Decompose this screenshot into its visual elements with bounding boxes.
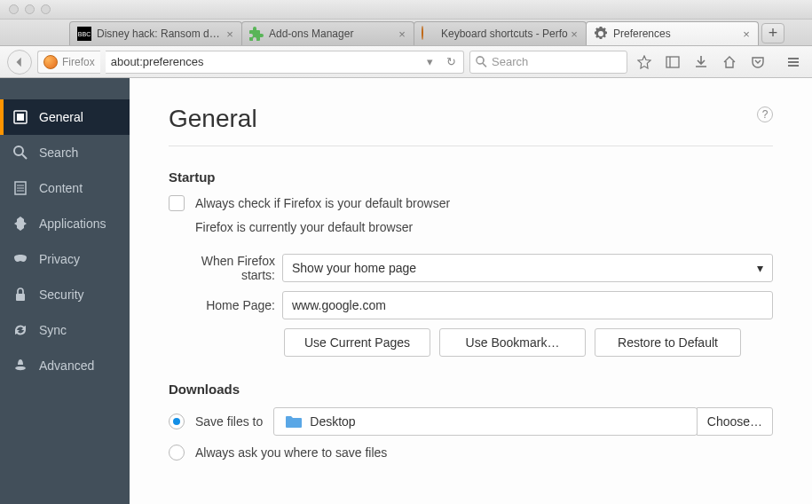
sidebar-item-privacy[interactable]: Privacy	[0, 241, 130, 277]
content-icon	[12, 180, 28, 196]
sidebar-label: Security	[39, 287, 84, 302]
default-browser-checkbox[interactable]	[169, 195, 185, 211]
url-bar[interactable]: about:preferences ▾ ↻	[106, 51, 464, 74]
sidebar-label: General	[39, 110, 83, 124]
help-button[interactable]: ?	[757, 106, 773, 122]
home-page-value: www.google.com	[292, 298, 386, 312]
identity-label: Firefox	[62, 56, 95, 68]
save-files-to-label: Save files to	[195, 414, 263, 429]
window-titlebar	[0, 0, 812, 20]
bookmark-star-icon[interactable]	[633, 51, 656, 74]
close-tab-icon[interactable]: ×	[224, 28, 236, 40]
applications-icon	[12, 216, 28, 232]
close-tab-icon[interactable]: ×	[396, 28, 408, 40]
tab-label: Preferences	[613, 28, 740, 40]
tab-preferences[interactable]: Preferences ×	[586, 21, 759, 45]
divider	[169, 146, 773, 146]
svg-point-4	[14, 146, 23, 155]
tab-addons[interactable]: Add-ons Manager ×	[241, 21, 414, 45]
page-title: General	[169, 105, 773, 133]
sidebar-item-advanced[interactable]: Advanced	[0, 348, 130, 383]
search-icon	[12, 145, 28, 161]
sidebar-toggle-icon[interactable]	[661, 51, 684, 74]
firefox-icon	[43, 55, 58, 69]
use-current-pages-button[interactable]: Use Current Pages	[284, 328, 430, 357]
tab-label: Keyboard shortcuts - Perfo	[441, 28, 568, 40]
search-bar[interactable]: Search	[469, 51, 627, 74]
when-starts-value: Show your home page	[292, 261, 416, 275]
startup-heading: Startup	[169, 169, 773, 185]
firefox-favicon-icon	[422, 27, 436, 41]
restore-default-button[interactable]: Restore to Default	[595, 328, 741, 357]
sidebar-item-sync[interactable]: Sync	[0, 312, 130, 348]
sidebar-item-search[interactable]: Search	[0, 135, 130, 170]
sidebar-label: Search	[39, 146, 78, 160]
pocket-icon[interactable]	[746, 51, 769, 74]
close-window-traffic[interactable]	[9, 4, 19, 14]
save-location-value: Desktop	[310, 414, 355, 429]
close-tab-icon[interactable]: ×	[568, 28, 580, 40]
search-placeholder: Search	[492, 55, 528, 68]
bbc-favicon-icon: BBC	[77, 27, 91, 41]
close-tab-icon[interactable]: ×	[740, 28, 753, 40]
home-icon[interactable]	[718, 51, 741, 74]
downloads-heading: Downloads	[169, 382, 773, 397]
sidebar-item-security[interactable]: Security	[0, 277, 130, 312]
url-text: about:preferences	[111, 55, 419, 68]
new-tab-button[interactable]: +	[761, 23, 784, 43]
sync-icon	[12, 322, 28, 338]
back-button[interactable]	[7, 50, 32, 75]
chevron-down-icon: ▾	[757, 261, 763, 275]
nav-toolbar: Firefox about:preferences ▾ ↻ Search	[0, 46, 812, 78]
sidebar-label: Sync	[39, 323, 67, 337]
sidebar-item-content[interactable]: Content	[0, 170, 130, 206]
use-bookmark-button[interactable]: Use Bookmark…	[439, 328, 586, 357]
sidebar-label: Privacy	[39, 252, 80, 266]
lock-icon	[12, 287, 28, 303]
when-starts-select[interactable]: Show your home page ▾	[282, 254, 773, 282]
choose-folder-button[interactable]: Choose…	[697, 407, 773, 436]
default-browser-status: Firefox is currently your default browse…	[169, 220, 773, 234]
tab-label: Add-ons Manager	[269, 28, 396, 40]
home-page-input[interactable]: www.google.com	[282, 291, 773, 319]
sidebar-label: Content	[39, 181, 83, 195]
tab-strip: BBC Disney hack: Ransom dem × Add-ons Ma…	[0, 20, 812, 46]
always-ask-radio[interactable]	[169, 445, 185, 461]
sidebar-item-general[interactable]: General	[0, 99, 130, 135]
save-files-to-radio[interactable]	[169, 413, 185, 429]
tab-shortcuts[interactable]: Keyboard shortcuts - Perfo ×	[414, 21, 587, 45]
hamburger-menu-icon[interactable]	[782, 51, 805, 74]
zoom-window-traffic[interactable]	[41, 4, 51, 14]
general-icon	[12, 109, 28, 125]
svg-rect-3	[17, 114, 24, 121]
home-page-label: Home Page:	[169, 298, 282, 312]
identity-box[interactable]: Firefox	[37, 51, 100, 74]
default-browser-label: Always check if Firefox is your default …	[195, 196, 450, 210]
advanced-hat-icon	[12, 358, 28, 374]
magnifier-icon	[476, 56, 487, 67]
minimize-window-traffic[interactable]	[25, 4, 35, 14]
puzzle-favicon-icon	[249, 27, 264, 41]
save-location-field[interactable]: Desktop	[273, 407, 698, 436]
downloads-icon[interactable]	[690, 51, 713, 74]
sidebar-item-applications[interactable]: Applications	[0, 206, 130, 241]
reload-icon[interactable]: ↻	[440, 55, 461, 68]
svg-rect-10	[16, 294, 25, 301]
gear-favicon-icon	[594, 27, 608, 41]
preferences-main: ? General Startup Always check if Firefo…	[130, 78, 812, 504]
when-starts-label: When Firefox starts:	[169, 254, 282, 282]
tab-label: Disney hack: Ransom dem	[97, 28, 224, 40]
folder-icon	[285, 414, 303, 429]
svg-rect-0	[666, 57, 679, 67]
svg-line-5	[22, 154, 27, 159]
preferences-sidebar: General Search Content Applications Priv…	[0, 78, 130, 504]
sidebar-label: Advanced	[39, 358, 94, 373]
tab-disney[interactable]: BBC Disney hack: Ransom dem ×	[69, 21, 242, 45]
dropmarker-icon[interactable]: ▾	[419, 55, 440, 68]
always-ask-label: Always ask you where to save files	[195, 445, 387, 460]
privacy-mask-icon	[12, 251, 28, 267]
sidebar-label: Applications	[39, 217, 106, 231]
